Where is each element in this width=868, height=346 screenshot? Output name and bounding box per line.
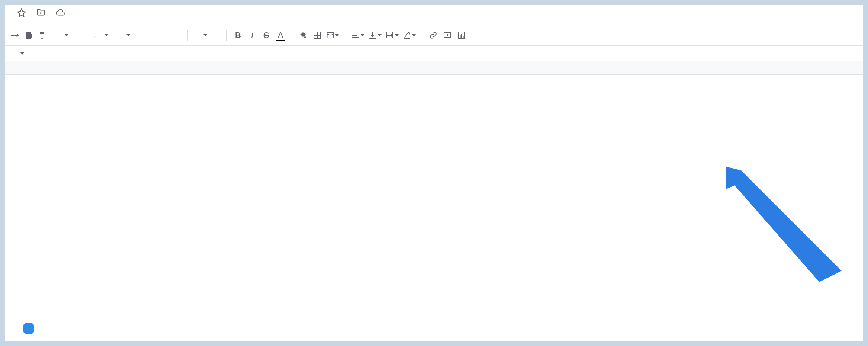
zoom-select[interactable]: [59, 34, 71, 36]
title-icons: [17, 8, 65, 19]
fill-color-button[interactable]: [296, 29, 310, 42]
insert-comment-button[interactable]: [441, 29, 454, 42]
separator: [187, 30, 188, 41]
toolbar: ← → B I S A: [5, 25, 863, 46]
chevron-down-icon: [65, 34, 68, 36]
separator: [422, 30, 422, 41]
chevron-down-icon: [378, 34, 382, 36]
chevron-down-icon: [395, 34, 399, 36]
separator: [292, 30, 292, 41]
bold-button[interactable]: B: [231, 29, 245, 42]
separator: [76, 30, 76, 41]
spreadsheet-app: ← → B I S A: [4, 4, 864, 342]
strikethrough-button[interactable]: S: [260, 29, 273, 42]
paint-format-icon[interactable]: [36, 29, 49, 42]
chevron-down-icon: [20, 52, 24, 55]
star-icon[interactable]: [17, 8, 26, 19]
insert-chart-button[interactable]: [455, 29, 468, 42]
menubar: [5, 20, 863, 25]
svg-rect-15: [461, 34, 462, 38]
chevron-down-icon: [361, 34, 364, 36]
merge-cells-button[interactable]: [325, 29, 340, 42]
fx-label: [28, 46, 49, 61]
watermark-badge: [23, 323, 34, 334]
borders-button[interactable]: [311, 29, 324, 42]
formula-bar: [5, 46, 863, 61]
chevron-down-icon: [105, 34, 108, 36]
name-box[interactable]: [5, 52, 28, 55]
insert-link-button[interactable]: [427, 29, 440, 42]
cloud-status-icon[interactable]: [55, 8, 65, 19]
watermark: [23, 323, 37, 334]
move-folder-icon[interactable]: [36, 8, 46, 19]
svg-rect-16: [463, 36, 464, 38]
vertical-align-button[interactable]: [367, 29, 383, 42]
spreadsheet-grid: [5, 61, 863, 75]
select-all-corner[interactable]: [5, 61, 28, 74]
formula-input[interactable]: [49, 46, 863, 61]
text-rotation-button[interactable]: [401, 29, 417, 42]
horizontal-align-button[interactable]: [350, 29, 366, 42]
svg-marker-17: [726, 167, 842, 282]
text-color-button[interactable]: A: [274, 29, 287, 42]
separator: [345, 30, 345, 41]
separator: [226, 30, 227, 41]
separator: [54, 30, 54, 41]
text-color-bar: [276, 40, 285, 41]
text-wrap-button[interactable]: [384, 29, 400, 42]
annotation-arrow: [719, 163, 853, 289]
font-size-select[interactable]: [192, 34, 222, 36]
print-icon[interactable]: [22, 29, 35, 42]
chevron-down-icon: [335, 34, 339, 36]
column-headers-row: [5, 61, 863, 75]
titlebar: [5, 5, 863, 20]
separator: [115, 30, 115, 41]
font-family-select[interactable]: [120, 34, 183, 36]
chevron-down-icon: [126, 34, 130, 36]
chevron-down-icon: [412, 34, 416, 36]
svg-rect-14: [460, 35, 461, 38]
chevron-down-icon: [203, 34, 207, 36]
italic-button[interactable]: I: [245, 29, 259, 42]
redo-icon[interactable]: [8, 29, 21, 42]
